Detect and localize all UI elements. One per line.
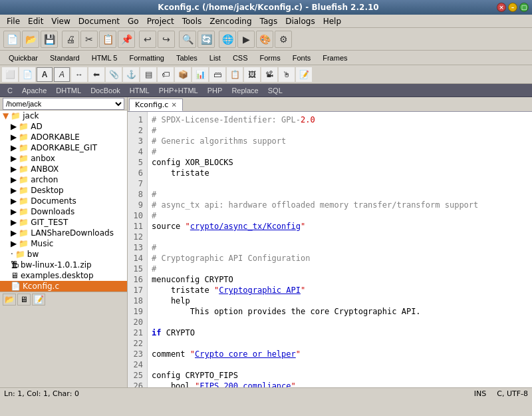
tb3-btn6[interactable]: ⬅ bbox=[88, 67, 104, 82]
folder-icon: 📁 bbox=[19, 132, 29, 142]
tree-item-label: jack bbox=[23, 111, 39, 120]
tree-item-anbox-upper[interactable]: ▶ 📁 ANBOX bbox=[0, 164, 127, 174]
minimize-button[interactable]: – bbox=[508, 3, 517, 12]
tb3-btn12[interactable]: 📊 bbox=[192, 67, 208, 82]
tb2-fonts[interactable]: Fonts bbox=[287, 53, 317, 63]
arrow-icon: ▶ bbox=[11, 175, 17, 184]
paste-button[interactable]: 📌 bbox=[118, 31, 135, 48]
menu-document[interactable]: Document bbox=[74, 15, 124, 27]
tree-item-bw[interactable]: · 📁 bw bbox=[0, 249, 127, 260]
lang-dhtml[interactable]: DHTML bbox=[51, 85, 86, 96]
lang-docbook[interactable]: DocBook bbox=[86, 85, 125, 96]
tb3-btn14[interactable]: 📋 bbox=[227, 67, 243, 82]
preview-button[interactable]: ▶ bbox=[237, 31, 255, 48]
cut-button[interactable]: ✂ bbox=[80, 31, 98, 48]
tb3-btn17[interactable]: 🖱 bbox=[279, 67, 295, 82]
menu-go[interactable]: Go bbox=[124, 15, 143, 27]
tree-item-examples-desktop[interactable]: 🖥 examples.desktop bbox=[0, 270, 127, 281]
status-ins: INS bbox=[474, 389, 486, 398]
tree-item-ad[interactable]: ▶ 📁 AD bbox=[0, 121, 127, 132]
tree-item-lanshare[interactable]: ▶ 📁 LANShareDownloads bbox=[0, 228, 127, 238]
tb3-btn3[interactable]: A bbox=[37, 67, 53, 82]
tb2-formatting[interactable]: Formatting bbox=[123, 53, 170, 63]
tb2-list[interactable]: List bbox=[203, 53, 227, 63]
tree-item-jack[interactable]: ▼ 📁 jack bbox=[0, 110, 127, 121]
ftb-folder-button[interactable]: 📂 bbox=[3, 294, 16, 306]
tb2-standard[interactable]: Standard bbox=[44, 53, 86, 63]
lang-apache[interactable]: Apache bbox=[17, 85, 51, 96]
tb3-btn15[interactable]: 🖼 bbox=[244, 67, 260, 82]
new-button[interactable]: 📄 bbox=[3, 31, 21, 48]
tab-close-button[interactable]: ✕ bbox=[171, 101, 176, 108]
tree-item-adorkable-git[interactable]: ▶ 📁 ADORKABLE_GIT bbox=[0, 142, 127, 153]
menu-tags[interactable]: Tags bbox=[256, 15, 282, 27]
tb3-btn8[interactable]: ⚓ bbox=[123, 67, 139, 82]
tb2-frames[interactable]: Frames bbox=[317, 53, 353, 63]
code-editor[interactable]: # SPDX-License-Identifier: GPL-2.0 # # G… bbox=[148, 112, 532, 387]
tb2-quickbar[interactable]: Quickbar bbox=[3, 53, 44, 63]
tree-item-git-test[interactable]: ▶ 📁 GIT_TEST bbox=[0, 217, 127, 228]
lang-html[interactable]: HTML bbox=[125, 85, 154, 96]
lang-c[interactable]: C bbox=[3, 85, 17, 96]
menu-file[interactable]: File bbox=[3, 15, 24, 27]
tree-item-documents[interactable]: ▶ 📁 Documents bbox=[0, 196, 127, 206]
tb2-tables[interactable]: Tables bbox=[170, 53, 203, 63]
tb3-btn9[interactable]: ▤ bbox=[140, 67, 156, 82]
tb3-btn16[interactable]: 📽 bbox=[261, 67, 277, 82]
color-button[interactable]: 🎨 bbox=[256, 31, 273, 48]
tb2-html5[interactable]: HTML 5 bbox=[86, 53, 124, 63]
tree-item-downloads[interactable]: ▶ 📁 Downloads bbox=[0, 206, 127, 217]
lang-php[interactable]: PHP bbox=[203, 85, 227, 96]
tb3-btn11[interactable]: 📦 bbox=[175, 67, 191, 82]
maximize-button[interactable]: □ bbox=[519, 3, 529, 12]
tree-item-bw-zip[interactable]: 🗜 bw-linux-1.0.1.zip bbox=[0, 260, 127, 270]
path-selector[interactable]: /home/jack bbox=[3, 98, 124, 110]
find-button[interactable]: 🔍 bbox=[179, 31, 196, 48]
tab-kconfig[interactable]: Kconfig.c ✕ bbox=[129, 99, 183, 111]
tb3-btn5[interactable]: ↔ bbox=[71, 67, 87, 82]
tree-item-desktop[interactable]: ▶ 📁 Desktop bbox=[0, 185, 127, 196]
tb3-btn18[interactable]: 📝 bbox=[296, 67, 312, 82]
tb2-css[interactable]: CSS bbox=[227, 53, 254, 63]
menu-edit[interactable]: Edit bbox=[24, 15, 47, 27]
lang-phphtml[interactable]: PHP+HTML bbox=[154, 85, 203, 96]
tree-item-music[interactable]: ▶ 📁 Music bbox=[0, 238, 127, 249]
open-button[interactable]: 📂 bbox=[22, 31, 39, 48]
replace-button[interactable]: 🔄 bbox=[198, 31, 215, 48]
lang-replace[interactable]: Replace bbox=[227, 85, 263, 96]
tb3-btn13[interactable]: 🗃 bbox=[209, 67, 225, 82]
ftp-button[interactable]: 🌐 bbox=[219, 31, 236, 48]
folder-plain-icon: · bbox=[11, 250, 13, 259]
tb3-btn1[interactable]: ⬜ bbox=[2, 67, 18, 82]
tb3-btn2[interactable]: 📄 bbox=[19, 67, 35, 82]
print-button[interactable]: 🖨 bbox=[62, 31, 79, 48]
tb3-btn7[interactable]: 📎 bbox=[106, 67, 122, 82]
undo-button[interactable]: ↩ bbox=[139, 31, 156, 48]
tree-item-label: ANBOX bbox=[31, 164, 59, 174]
copy-button[interactable]: 📋 bbox=[99, 31, 116, 48]
menu-tools[interactable]: Tools bbox=[178, 15, 206, 27]
tb2-forms[interactable]: Forms bbox=[254, 53, 287, 63]
ftb-file-button[interactable]: 📝 bbox=[32, 294, 45, 306]
tree-item-kconfig[interactable]: 📄 Kconfig.c bbox=[0, 281, 127, 292]
tree-item-adorkable[interactable]: ▶ 📁 ADORKABLE bbox=[0, 132, 127, 142]
settings-button[interactable]: ⚙ bbox=[275, 31, 292, 48]
tree-item-anbox[interactable]: ▶ 📁 anbox bbox=[0, 153, 127, 164]
menu-zencoding[interactable]: Zencoding bbox=[205, 15, 255, 27]
ftb-computer-button[interactable]: 🖥 bbox=[17, 294, 31, 306]
menu-dialogs[interactable]: Dialogs bbox=[281, 15, 319, 27]
folder-icon: 📁 bbox=[19, 228, 29, 238]
code-container[interactable]: 12345 678910 1112131415 1617181920 21222… bbox=[128, 112, 532, 387]
tb3-btn10[interactable]: 🏷 bbox=[158, 67, 174, 82]
tree-item-archon[interactable]: ▶ 📁 archon bbox=[0, 174, 127, 185]
save-button[interactable]: 💾 bbox=[41, 31, 58, 48]
tb3-btn4[interactable]: A bbox=[54, 67, 70, 82]
menu-project[interactable]: Project bbox=[143, 15, 178, 27]
menu-view[interactable]: View bbox=[47, 15, 74, 27]
close-button[interactable]: × bbox=[497, 3, 506, 12]
menu-help[interactable]: Help bbox=[319, 15, 345, 27]
lang-sql[interactable]: SQL bbox=[263, 85, 287, 96]
redo-button[interactable]: ↪ bbox=[158, 31, 175, 48]
tree-item-label: Music bbox=[31, 239, 53, 248]
tree-item-label: AD bbox=[31, 122, 42, 131]
